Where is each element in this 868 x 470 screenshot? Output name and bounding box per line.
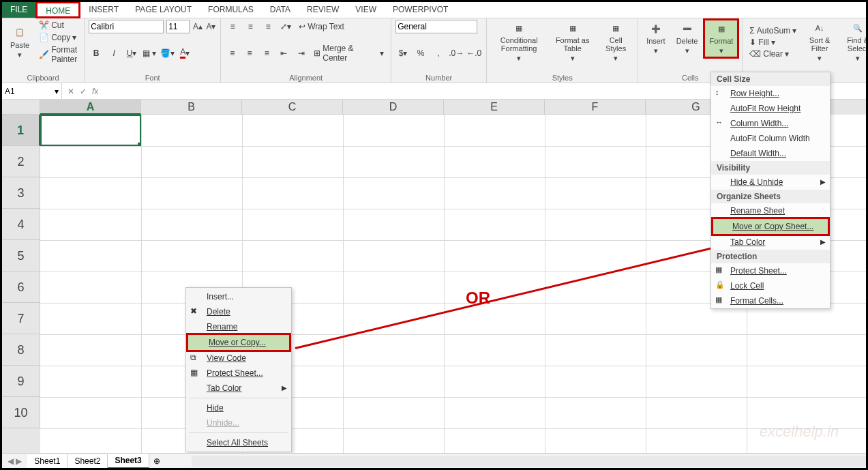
- col-header-d[interactable]: D: [343, 100, 444, 115]
- tab-view[interactable]: VIEW: [347, 2, 385, 18]
- cancel-formula-icon[interactable]: ✕: [68, 87, 74, 96]
- sheet-tab-2[interactable]: Sheet2: [68, 454, 108, 468]
- tab-home[interactable]: HOME: [35, 1, 80, 18]
- tab-file[interactable]: FILE: [2, 2, 35, 18]
- increase-font-button[interactable]: A▴: [192, 20, 203, 33]
- dd-lock-cell[interactable]: 🔒Lock Cell: [711, 278, 830, 293]
- row-header-2[interactable]: 2: [2, 146, 40, 177]
- fill-button[interactable]: ⬇Fill ▾: [747, 37, 799, 48]
- tab-formulas[interactable]: FORMULAS: [200, 2, 262, 18]
- ctx-select-all-sheets[interactable]: Select All Sheets: [186, 435, 291, 450]
- tab-review[interactable]: REVIEW: [299, 2, 347, 18]
- dd-row-height[interactable]: ↕Row Height...: [711, 86, 830, 101]
- col-header-f[interactable]: F: [545, 100, 646, 115]
- dd-default-width[interactable]: Default Width...: [711, 146, 830, 161]
- cell-styles-button[interactable]: ▦Cell Styles▾: [598, 20, 633, 64]
- align-bottom-button[interactable]: ≡: [260, 20, 275, 33]
- border-button[interactable]: ▦ ▾: [142, 46, 157, 60]
- row-header-7[interactable]: 7: [2, 303, 40, 334]
- find-select-button[interactable]: 🔍Find & Select▾: [840, 20, 868, 64]
- ctx-move-or-copy[interactable]: Move or Copy...: [186, 333, 291, 352]
- fillcolor-button[interactable]: 🪣▾: [160, 46, 175, 60]
- row-header-4[interactable]: 4: [2, 209, 40, 240]
- sheet-nav-prev[interactable]: ◀ ▶: [2, 456, 27, 466]
- align-left-button[interactable]: ≡: [225, 46, 239, 60]
- ctx-protect-sheet[interactable]: ▦Protect Sheet...: [186, 366, 291, 381]
- increase-decimal-button[interactable]: .0→: [449, 46, 464, 60]
- col-header-a[interactable]: A: [40, 100, 141, 115]
- delete-cells-button[interactable]: ➖Delete▾: [672, 20, 702, 57]
- align-top-button[interactable]: ≡: [225, 20, 240, 33]
- dd-autofit-row[interactable]: AutoFit Row Height: [711, 101, 830, 116]
- ctx-tab-color[interactable]: Tab Color▶: [186, 381, 291, 396]
- format-as-table-button[interactable]: ▦Format as Table▾: [550, 20, 595, 64]
- decrease-indent-button[interactable]: ⇤: [277, 46, 291, 60]
- ctx-hide[interactable]: Hide: [186, 400, 291, 415]
- sheet-tab-1[interactable]: Sheet1: [27, 454, 68, 468]
- insert-cells-button[interactable]: ➕Insert▾: [642, 20, 670, 57]
- col-header-c[interactable]: C: [242, 100, 343, 115]
- name-box[interactable]: A1▾: [2, 83, 62, 99]
- select-all-corner[interactable]: [2, 100, 40, 115]
- bold-button[interactable]: B: [89, 46, 104, 60]
- fontcolor-button[interactable]: A▾: [177, 46, 192, 60]
- dd-autofit-column[interactable]: AutoFit Column Width: [711, 131, 830, 146]
- mergecenter-button[interactable]: ⊞Merge & Center ▾: [311, 43, 387, 63]
- percent-button[interactable]: %: [413, 46, 428, 60]
- autosum-button[interactable]: ΣAutoSum ▾: [747, 25, 799, 36]
- ctx-rename[interactable]: Rename: [186, 319, 291, 334]
- paste-button[interactable]: 📋 Paste ▾: [6, 25, 33, 61]
- selected-cell[interactable]: [40, 115, 141, 146]
- currency-button[interactable]: $▾: [395, 46, 410, 60]
- format-cells-button[interactable]: ▦Format▾: [703, 18, 739, 59]
- ctx-insert[interactable]: Insert...: [186, 289, 291, 304]
- clear-button[interactable]: ⌫Clear ▾: [747, 48, 799, 59]
- tab-powerpivot[interactable]: POWERPIVOT: [385, 2, 456, 18]
- formatpainter-button[interactable]: 🖌️Format Painter: [36, 44, 80, 65]
- sheet-tab-3[interactable]: Sheet3: [108, 454, 149, 469]
- ctx-delete[interactable]: ✖Delete: [186, 304, 291, 319]
- copy-button[interactable]: 📄Copy ▾: [36, 32, 80, 43]
- tab-insert[interactable]: INSERT: [80, 2, 127, 18]
- horizontal-scrollbar[interactable]: [192, 456, 866, 467]
- col-header-b[interactable]: B: [141, 100, 242, 115]
- cut-button[interactable]: ✂️Cut: [36, 20, 80, 31]
- dd-protect-sheet[interactable]: ▦Protect Sheet...: [711, 263, 830, 278]
- align-center-button[interactable]: ≡: [242, 46, 256, 60]
- row-header-8[interactable]: 8: [2, 334, 40, 366]
- row-header-1[interactable]: 1: [2, 115, 40, 146]
- tab-data[interactable]: DATA: [262, 2, 299, 18]
- row-header-10[interactable]: 10: [2, 397, 40, 428]
- conditional-formatting-button[interactable]: ▦Conditional Formatting▾: [491, 20, 547, 64]
- row-header-3[interactable]: 3: [2, 177, 40, 209]
- align-right-button[interactable]: ≡: [260, 46, 274, 60]
- new-sheet-button[interactable]: ⊕: [149, 456, 164, 466]
- dd-format-cells[interactable]: ▦Format Cells...: [711, 293, 830, 308]
- tab-pagelayout[interactable]: PAGE LAYOUT: [127, 2, 200, 18]
- underline-button[interactable]: U ▾: [124, 46, 139, 60]
- font-name-combo[interactable]: [89, 20, 164, 33]
- row-header-5[interactable]: 5: [2, 240, 40, 271]
- font-size-combo[interactable]: [166, 20, 190, 33]
- ctx-view-code[interactable]: ⧉View Code: [186, 351, 291, 366]
- col-header-e[interactable]: E: [444, 100, 545, 115]
- comma-button[interactable]: ,: [431, 46, 446, 60]
- dd-rename-sheet[interactable]: Rename Sheet: [711, 203, 830, 218]
- enter-formula-icon[interactable]: ✓: [80, 87, 87, 96]
- row-header-6[interactable]: 6: [2, 271, 40, 303]
- decrease-decimal-button[interactable]: ←.0: [466, 46, 481, 60]
- orientation-button[interactable]: ⤢▾: [278, 20, 293, 33]
- dd-column-width[interactable]: ↔Column Width...: [711, 116, 830, 131]
- dd-move-or-copy-sheet[interactable]: Move or Copy Sheet...: [711, 217, 830, 236]
- increase-indent-button[interactable]: ⇥: [294, 46, 308, 60]
- dd-tab-color[interactable]: Tab Color▶: [711, 235, 830, 250]
- dd-hide-unhide[interactable]: Hide & Unhide▶: [711, 175, 830, 190]
- decrease-font-button[interactable]: A▾: [206, 20, 217, 33]
- italic-button[interactable]: I: [106, 46, 121, 60]
- wraptext-button[interactable]: ↩Wrap Text: [296, 21, 347, 32]
- sort-filter-button[interactable]: A↓Sort & Filter▾: [802, 20, 837, 64]
- fx-icon[interactable]: fx: [92, 87, 98, 96]
- row-header-9[interactable]: 9: [2, 366, 40, 397]
- align-middle-button[interactable]: ≡: [243, 20, 258, 33]
- number-format-combo[interactable]: [395, 20, 477, 33]
